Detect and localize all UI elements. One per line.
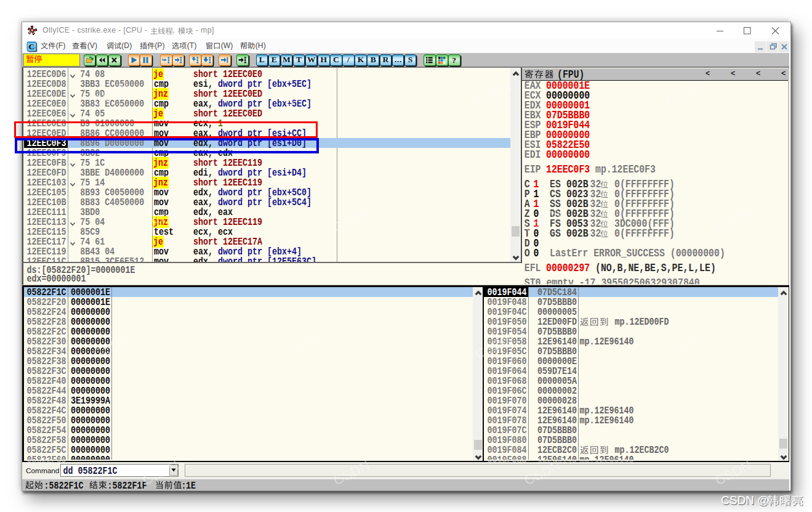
svg-text:C: C xyxy=(29,42,34,51)
svg-text:?: ? xyxy=(452,55,456,65)
